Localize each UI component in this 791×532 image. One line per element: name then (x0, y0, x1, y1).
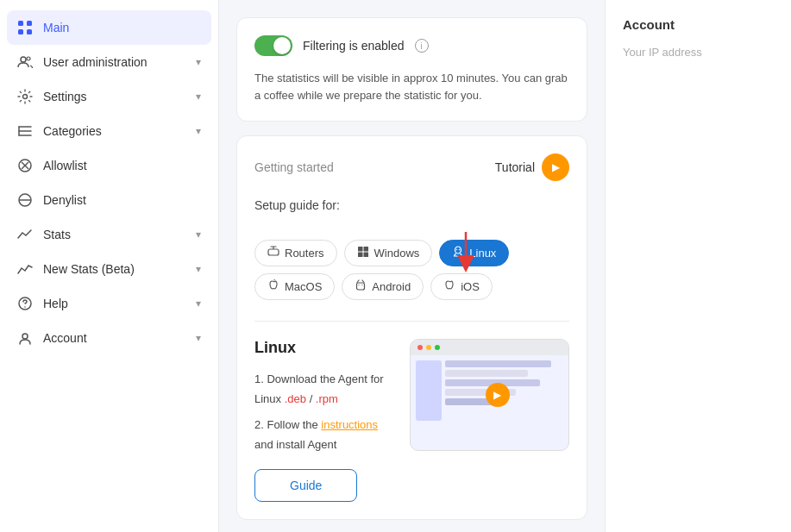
linux-title: Linux (254, 339, 396, 357)
sidebar-item-account[interactable]: Account ▾ (0, 321, 218, 355)
step2-prefix: 2. Follow the (254, 418, 321, 431)
tab-windows[interactable]: Windows (344, 240, 433, 266)
right-panel: Account Your IP address (605, 0, 791, 532)
setup-guide-body: Setup guide for: (254, 198, 569, 502)
sidebar-item-stats[interactable]: Stats ▾ (0, 217, 218, 252)
svg-point-32 (359, 285, 360, 285)
linux-icon (452, 246, 464, 260)
step1-rpm: .rpm (316, 392, 338, 405)
svg-point-6 (23, 95, 28, 99)
denylist-icon (17, 192, 33, 208)
gear-icon (17, 89, 33, 104)
svg-point-27 (456, 249, 457, 250)
filter-description: The statistics will be visible in approx… (254, 70, 569, 103)
screenshot-thumbnail: ▶ (410, 339, 569, 451)
routers-icon (267, 246, 279, 260)
svg-rect-0 (18, 21, 23, 26)
tab-routers[interactable]: Routers (254, 240, 337, 266)
center-panel: Filtering is enabled i The statistics wi… (219, 0, 605, 532)
macos-icon (267, 279, 279, 294)
svg-point-4 (21, 57, 26, 62)
thumb-line (445, 360, 551, 367)
thumb-min-dot (426, 345, 431, 350)
linux-content-row: Linux (254, 339, 569, 502)
tutorial-button[interactable]: Tutorial ▶ (495, 153, 569, 181)
thumb-line (445, 370, 528, 377)
stats2-icon (17, 261, 33, 277)
step2-text: 2. Follow the instructions and install A… (254, 415, 396, 455)
chevron-down-icon: ▾ (196, 332, 201, 344)
platform-tabs: Routers Windows Linux (254, 240, 569, 300)
tab-label: Windows (374, 247, 420, 260)
linux-text: Linux (254, 339, 396, 502)
thumb-close-dot (417, 345, 423, 350)
tab-linux[interactable]: Linux (439, 240, 509, 266)
sidebar-item-new-stats[interactable]: New Stats (Beta) ▾ (0, 252, 218, 286)
step1-sep: / (306, 392, 316, 405)
tab-macos[interactable]: MacOS (254, 273, 335, 300)
linux-steps: 1. Download the Agent for Linux .deb / .… (254, 369, 396, 455)
chevron-down-icon: ▾ (196, 228, 201, 241)
svg-rect-19 (268, 249, 279, 255)
svg-point-5 (27, 57, 30, 60)
thumb-sidebar (416, 360, 442, 421)
chevron-down-icon: ▾ (196, 91, 201, 103)
getting-started-card: Getting started Tutorial ▶ Setup guide f… (236, 135, 587, 520)
help-icon (17, 296, 33, 311)
filter-label: Filtering is enabled (303, 39, 405, 53)
svg-point-18 (22, 334, 28, 339)
tab-android[interactable]: Android (342, 273, 424, 300)
ios-icon (443, 279, 455, 294)
getting-started-header: Getting started Tutorial ▶ (254, 153, 569, 181)
android-icon (355, 279, 367, 294)
svg-rect-22 (358, 247, 363, 252)
tab-ios[interactable]: iOS (430, 273, 493, 300)
thumb-play-icon: ▶ (486, 383, 510, 407)
grid-icon (17, 20, 33, 35)
svg-point-17 (24, 306, 26, 308)
getting-started-title: Getting started (254, 160, 334, 174)
sidebar-item-allowlist[interactable]: Allowlist (0, 148, 218, 183)
guide-button[interactable]: Guide (254, 469, 357, 502)
users-icon (17, 54, 33, 70)
sidebar-item-main[interactable]: Main (7, 10, 211, 45)
sidebar-item-categories[interactable]: Categories ▾ (0, 114, 218, 148)
sidebar-item-help[interactable]: Help ▾ (0, 286, 218, 321)
chevron-down-icon: ▾ (196, 56, 201, 68)
step1-container: 1. Download the Agent for Linux .deb / .… (254, 369, 396, 410)
chevron-down-icon: ▾ (196, 297, 201, 310)
setup-guide-label: Setup guide for: (254, 198, 569, 212)
svg-rect-23 (363, 247, 368, 252)
svg-rect-3 (27, 29, 32, 34)
sidebar-item-settings[interactable]: Settings ▾ (0, 79, 218, 114)
main-content: Filtering is enabled i The statistics wi… (219, 0, 791, 532)
account-icon (17, 330, 33, 346)
svg-point-26 (455, 247, 461, 253)
right-panel-title: Account (623, 17, 774, 32)
info-icon[interactable]: i (415, 39, 429, 53)
filter-toggle-row: Filtering is enabled i (254, 35, 569, 56)
svg-rect-25 (363, 253, 368, 258)
svg-point-28 (459, 249, 460, 250)
thumb-bar (411, 340, 568, 355)
step2-suffix: and install Agent (254, 438, 336, 451)
svg-rect-2 (18, 29, 23, 34)
svg-rect-1 (27, 21, 32, 26)
sidebar-item-denylist[interactable]: Denylist (0, 183, 218, 217)
sidebar-item-user-administration[interactable]: User administration ▾ (0, 45, 218, 79)
sidebar-item-label: Account (43, 331, 185, 345)
tab-label: Android (372, 280, 411, 293)
step1-text: 1. Download the Agent for Linux .deb / .… (254, 369, 396, 410)
sidebar-item-label: New Stats (Beta) (43, 262, 185, 276)
stats-icon (17, 227, 33, 242)
step2-link[interactable]: instructions (321, 418, 378, 431)
sidebar-item-label: Help (43, 297, 185, 310)
tab-label: Linux (469, 247, 496, 260)
allowlist-icon (17, 158, 33, 173)
filtering-toggle[interactable] (254, 35, 292, 56)
filter-card: Filtering is enabled i The statistics wi… (236, 17, 587, 122)
svg-rect-29 (357, 283, 365, 290)
play-icon[interactable]: ▶ (542, 153, 569, 181)
chevron-down-icon: ▾ (196, 125, 201, 137)
list-icon (17, 123, 33, 139)
